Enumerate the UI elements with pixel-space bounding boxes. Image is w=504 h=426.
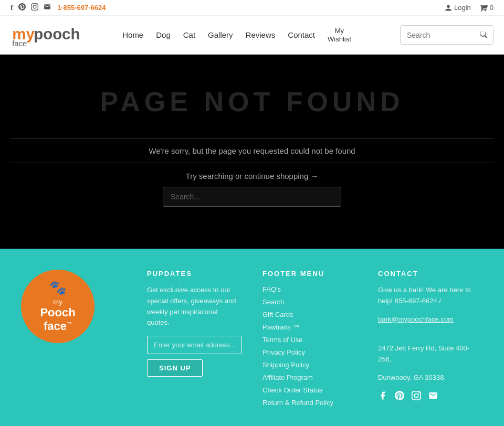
- footer-logo-pooch: Pooch: [40, 306, 75, 320]
- top-bar-right: Login 0: [445, 4, 494, 12]
- header: my pooch face Home Dog Cat Gallery Revie…: [0, 16, 504, 55]
- footer-link-refund[interactable]: Return & Refund Policy: [262, 399, 333, 407]
- footer-link-affiliate[interactable]: Affiliate Program: [262, 374, 313, 381]
- footer-link-giftcards[interactable]: Gift Cards: [262, 311, 293, 318]
- paw-icon: 🐾: [49, 280, 66, 296]
- svg-text:face: face: [12, 39, 27, 47]
- phone-number: 1-855-697-6624: [57, 4, 106, 12]
- list-item: Search: [262, 297, 357, 306]
- social-links: 𝐟: [10, 3, 51, 12]
- footer-logo-my: my: [53, 298, 62, 306]
- footer-logo-face: face™: [44, 320, 72, 333]
- list-item: Check Order Status: [262, 386, 357, 394]
- footer-facebook-icon[interactable]: [378, 391, 387, 403]
- list-item: Privacy Policy: [262, 348, 357, 356]
- list-item: Affiliate Program: [262, 373, 357, 381]
- list-item: Pawtraits ™: [262, 323, 357, 331]
- footer-logo-col: 🐾 my Pooch face™: [21, 270, 136, 411]
- footer-link-faqs[interactable]: FAQ's: [262, 285, 281, 293]
- footer-link-terms[interactable]: Terms of Use: [262, 336, 303, 344]
- footer-link-privacy[interactable]: Privacy Policy: [262, 348, 305, 356]
- top-bar: 𝐟 1-855-697-6624 Login 0: [0, 0, 504, 16]
- footer-logo-tm: ™: [67, 321, 72, 327]
- footer-menu-links: FAQ's Search Gift Cards Pawtraits ™ Term…: [262, 285, 357, 407]
- search-bar: [400, 25, 494, 45]
- footer-link-pawtraits[interactable]: Pawtraits ™: [262, 323, 299, 331]
- instagram-icon[interactable]: [31, 3, 38, 12]
- pinterest-icon[interactable]: [18, 3, 26, 12]
- footer-link-order-status[interactable]: Check Order Status: [262, 386, 322, 394]
- list-item: Return & Refund Policy: [262, 398, 357, 407]
- nav-home[interactable]: Home: [122, 30, 143, 39]
- search-input[interactable]: [401, 27, 474, 44]
- cart-count: 0: [490, 4, 494, 12]
- list-item: Terms of Use: [262, 335, 357, 344]
- footer-contact-col: CONTACT Give us a bark! We are here to h…: [368, 270, 483, 411]
- main-nav: Home Dog Cat Gallery Reviews Contact My …: [122, 27, 351, 43]
- footer-menu-col: FOOTER MENU FAQ's Search Gift Cards Pawt…: [252, 270, 368, 411]
- facebook-icon[interactable]: 𝐟: [10, 3, 13, 12]
- search-404-input[interactable]: [163, 187, 341, 207]
- footer-top: 🐾 my Pooch face™ PUPDATES Get exclusive …: [21, 270, 483, 411]
- nav-gallery[interactable]: Gallery: [208, 30, 233, 39]
- cart-button[interactable]: 0: [479, 4, 494, 12]
- svg-text:pooch: pooch: [34, 25, 80, 42]
- contact-address: 2472 Jett Ferry Rd, Suite 400-256,: [378, 343, 472, 365]
- pupdates-title: PUPDATES: [147, 270, 242, 278]
- email-icon[interactable]: [44, 3, 51, 12]
- footer-social: [378, 391, 472, 403]
- search-button[interactable]: [474, 26, 493, 44]
- footer-mail-icon[interactable]: [428, 391, 438, 403]
- footer-pupdates-col: PUPDATES Get exclusive access to our spe…: [136, 270, 252, 411]
- nav-contact[interactable]: Contact: [288, 30, 315, 39]
- contact-text: Give us a bark! We are here to help! 855…: [378, 285, 472, 384]
- list-item: FAQ's: [262, 285, 357, 293]
- footer-pinterest-icon[interactable]: [395, 391, 404, 403]
- login-button[interactable]: Login: [445, 4, 471, 12]
- contact-email-link[interactable]: bark@mypoochface.com: [378, 315, 454, 323]
- contact-title: CONTACT: [378, 270, 472, 278]
- footer-menu-title: FOOTER MENU: [262, 270, 357, 278]
- footer-link-search[interactable]: Search: [262, 298, 284, 306]
- pupdates-text: Get exclusive access to our special offe…: [147, 285, 242, 328]
- nav-cat[interactable]: Cat: [183, 30, 195, 39]
- login-label: Login: [454, 4, 471, 12]
- nav-dog[interactable]: Dog: [156, 30, 171, 39]
- nav-wishlist[interactable]: My Wishlist: [328, 27, 351, 43]
- footer: 🐾 my Pooch face™ PUPDATES Get exclusive …: [0, 249, 504, 426]
- footer-link-shipping[interactable]: Shipping Policy: [262, 361, 309, 369]
- try-text: Try searching or continue shopping →: [10, 172, 494, 180]
- list-item: Gift Cards: [262, 310, 357, 318]
- nav-reviews[interactable]: Reviews: [246, 30, 276, 39]
- page-not-found-title: PAGE NOT FOUND: [10, 86, 494, 118]
- search-404-container: [10, 187, 494, 207]
- contact-city: Dunwoody, GA 30338.: [378, 372, 472, 384]
- sorry-text: We're sorry, but the page you requested …: [10, 139, 494, 163]
- main-content: PAGE NOT FOUND We're sorry, but the page…: [0, 55, 504, 249]
- contact-line1: Give us a bark! We are here to help! 855…: [378, 285, 472, 307]
- footer-instagram-icon[interactable]: [412, 391, 421, 403]
- email-input[interactable]: [147, 336, 242, 354]
- list-item: Shipping Policy: [262, 360, 357, 369]
- logo[interactable]: my pooch face: [10, 21, 74, 49]
- top-bar-left: 𝐟 1-855-697-6624: [10, 3, 106, 12]
- signup-button[interactable]: SIGN UP: [147, 359, 203, 377]
- contact-email: bark@mypoochface.com: [378, 314, 472, 325]
- footer-logo[interactable]: 🐾 my Pooch face™: [21, 270, 94, 343]
